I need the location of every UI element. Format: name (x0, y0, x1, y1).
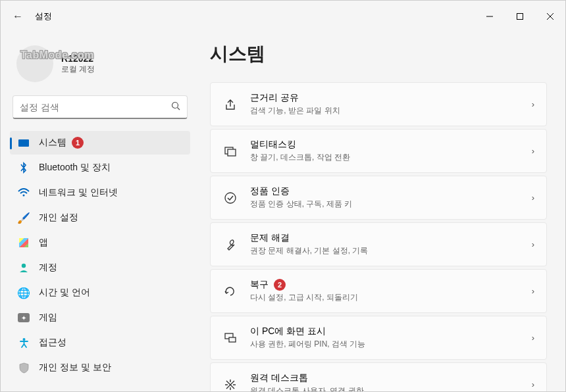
gaming-icon: ✦ (18, 312, 30, 324)
shield-icon (18, 362, 30, 374)
sidebar-item-label: 시간 및 언어 (39, 287, 90, 299)
profile-block[interactable]: R12022 로컬 계정 (10, 37, 190, 95)
check-circle-icon (222, 190, 238, 206)
svg-point-7 (22, 264, 26, 268)
time-language-icon: 🌐 (18, 287, 30, 299)
username: R12022 (61, 53, 95, 64)
search-box[interactable] (13, 95, 188, 119)
card-title: 이 PC에 화면 표시 (250, 326, 365, 337)
card-subtitle: 원격 데스크톱 사용자, 연결 권한 (250, 385, 364, 392)
annotation-badge-1: 1 (72, 137, 84, 149)
annotation-badge-2: 2 (274, 279, 286, 291)
svg-point-6 (23, 195, 25, 197)
account-type: 로컬 계정 (61, 64, 95, 75)
chevron-right-icon: › (532, 286, 534, 296)
sidebar-item-accounts[interactable]: 계정 (10, 256, 190, 280)
system-icon (18, 137, 30, 149)
svg-point-8 (22, 338, 25, 341)
chevron-right-icon: › (532, 380, 534, 389)
card-title: 근거리 공유 (250, 92, 340, 104)
minimize-button[interactable] (475, 1, 505, 32)
card-subtitle: 권장 문제 해결사, 기본 설정, 기록 (250, 245, 368, 257)
sidebar-item-time-language[interactable]: 🌐 시간 및 언어 (10, 281, 190, 305)
sidebar-item-label: Bluetooth 및 장치 (39, 162, 111, 174)
svg-rect-1 (517, 14, 523, 20)
sidebar: R12022 로컬 계정 TabMode.com 시스템 1 Bluetooth… (1, 32, 198, 392)
chevron-right-icon: › (532, 146, 534, 156)
sidebar-item-label: 계정 (39, 262, 57, 274)
svg-point-11 (225, 193, 236, 203)
card-title: 정품 인증 (250, 185, 352, 197)
chevron-right-icon: › (532, 239, 534, 249)
projecting-icon (222, 330, 238, 346)
recovery-icon (222, 283, 238, 299)
sidebar-item-label: 개인 정보 및 보안 (39, 362, 111, 374)
chevron-right-icon: › (532, 193, 534, 203)
bluetooth-icon (18, 162, 30, 174)
card-subtitle: 검색 기능, 받은 파일 위치 (250, 105, 340, 116)
svg-point-4 (172, 103, 178, 109)
sidebar-item-network[interactable]: 네트워크 및 인터넷 (10, 181, 190, 205)
accounts-icon (18, 262, 30, 274)
card-recovery[interactable]: 복구 2 다시 설정, 고급 시작, 되돌리기 › (210, 269, 547, 313)
card-title: 원격 데스크톱 (250, 372, 364, 384)
sidebar-item-label: 시스템 (39, 137, 66, 149)
svg-line-5 (178, 108, 180, 110)
card-subtitle: 다시 설정, 고급 시작, 되돌리기 (250, 292, 358, 303)
sidebar-item-label: 네트워크 및 인터넷 (39, 187, 118, 199)
card-subtitle: 창 끌기, 데스크톱, 작업 전환 (250, 152, 350, 163)
window-controls (475, 1, 565, 32)
main-panel: 시스템 근거리 공유 검색 기능, 받은 파일 위치 › 멀티태스킹 창 끌기,… (198, 32, 565, 392)
maximize-button[interactable] (505, 1, 535, 32)
card-title: 멀티태스킹 (250, 139, 350, 151)
sidebar-item-label: 앱 (39, 237, 48, 249)
multitask-icon (222, 143, 238, 159)
card-subtitle: 정품 인증 상태, 구독, 제품 키 (250, 199, 352, 210)
nav-list: 시스템 1 Bluetooth 및 장치 네트워크 및 인터넷 🖌️ 개인 설정 (10, 131, 190, 380)
card-title: 문제 해결 (250, 232, 368, 244)
sidebar-item-privacy[interactable]: 개인 정보 및 보안 (10, 356, 190, 380)
sidebar-item-gaming[interactable]: ✦ 게임 (10, 306, 190, 330)
sidebar-item-accessibility[interactable]: 접근성 (10, 331, 190, 355)
back-arrow-icon[interactable]: ← (13, 11, 35, 22)
svg-rect-10 (228, 149, 236, 156)
avatar (16, 45, 53, 82)
chevron-right-icon: › (532, 99, 534, 109)
sidebar-item-system[interactable]: 시스템 1 (10, 131, 190, 155)
sidebar-item-apps[interactable]: 앱 (10, 231, 190, 255)
personalization-icon: 🖌️ (18, 212, 30, 224)
page-title: 시스템 (210, 41, 547, 66)
search-input[interactable] (20, 102, 171, 112)
card-troubleshoot[interactable]: 문제 해결 권장 문제 해결사, 기본 설정, 기록 › (210, 222, 547, 266)
window-title: 설정 (35, 11, 52, 22)
wrench-icon (222, 237, 238, 253)
card-projecting[interactable]: 이 PC에 화면 표시 사용 권한, 페어링 PIN, 검색 기능 › (210, 316, 547, 360)
titlebar: ← 설정 (1, 1, 565, 32)
card-subtitle: 사용 권한, 페어링 PIN, 검색 기능 (250, 339, 365, 350)
close-button[interactable] (535, 1, 565, 32)
svg-rect-13 (229, 337, 236, 342)
chevron-right-icon: › (532, 333, 534, 343)
wifi-icon (18, 187, 30, 199)
remote-desktop-icon (222, 377, 238, 393)
card-title: 복구 (250, 279, 269, 291)
search-icon (171, 101, 180, 112)
sidebar-item-label: 게임 (39, 312, 57, 324)
card-nearby-sharing[interactable]: 근거리 공유 검색 기능, 받은 파일 위치 › (210, 82, 547, 126)
sidebar-item-label: 개인 설정 (39, 212, 78, 224)
share-icon (222, 97, 238, 112)
sidebar-item-label: 접근성 (39, 337, 66, 349)
apps-icon (18, 237, 30, 249)
sidebar-item-bluetooth[interactable]: Bluetooth 및 장치 (10, 156, 190, 180)
sidebar-item-personalization[interactable]: 🖌️ 개인 설정 (10, 206, 190, 230)
card-remote-desktop[interactable]: 원격 데스크톱 원격 데스크톱 사용자, 연결 권한 › (210, 362, 547, 392)
accessibility-icon (18, 337, 30, 349)
card-activation[interactable]: 정품 인증 정품 인증 상태, 구독, 제품 키 › (210, 176, 547, 220)
card-multitasking[interactable]: 멀티태스킹 창 끌기, 데스크톱, 작업 전환 › (210, 129, 547, 173)
